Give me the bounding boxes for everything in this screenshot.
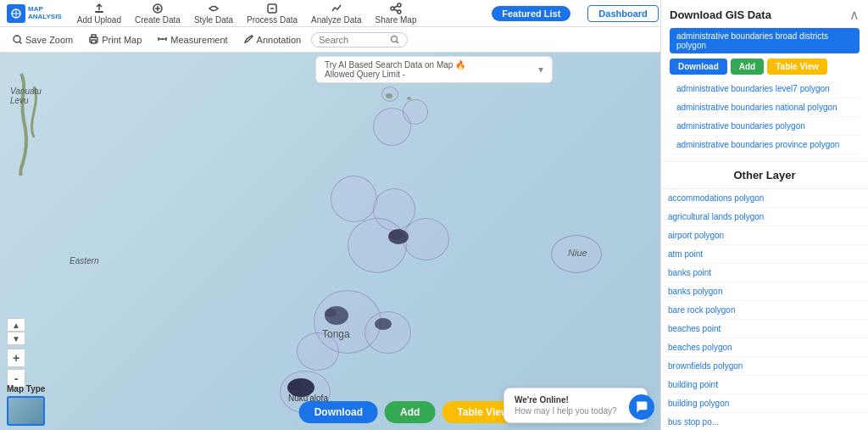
svg-point-10 (391, 7, 394, 10)
nav-down-button[interactable]: ▼ (7, 332, 25, 345)
other-item-5[interactable]: banks polygon (661, 282, 868, 301)
other-item-12[interactable]: bus stop po... (661, 413, 868, 430)
tonga-main-island (386, 226, 411, 248)
svg-line-12 (394, 6, 398, 8)
ai-search-bar[interactable]: Try AI Based Search Data on Map 🔥 Allowe… (315, 56, 553, 83)
nav-up-button[interactable]: ▲ (7, 318, 25, 332)
right-panel: Download GIS Data ∧ administrative bound… (660, 0, 868, 430)
nav-arrows: ▲ ▼ (7, 318, 25, 345)
svg-point-14 (14, 36, 20, 42)
bottom-action-bar: Download Add Table View (299, 401, 525, 423)
gis-item-2[interactable]: administrative boundaries polygon (670, 117, 860, 136)
logo-icon (7, 4, 25, 23)
download-section-header: Download GIS Data ∧ (670, 7, 860, 23)
logo: MAP ANALYSIS (7, 4, 62, 23)
gis-item-list: administrative boundaries level7 polygon… (670, 80, 860, 154)
zoom-in-button[interactable]: + (7, 349, 25, 367)
bottom-download-button[interactable]: Download (299, 401, 378, 423)
other-item-7[interactable]: beaches point (661, 320, 868, 338)
logo-text: MAP ANALYSIS (28, 6, 62, 21)
annotation-button[interactable]: Annotation (238, 32, 307, 47)
circle-10 (297, 332, 339, 371)
svg-rect-17 (92, 40, 96, 43)
gis-item-1[interactable]: administrative boundaries national polyg… (670, 98, 860, 117)
add-button[interactable]: Add (731, 59, 764, 75)
search-input[interactable] (319, 35, 387, 45)
other-item-9[interactable]: brownfields polygon (661, 357, 868, 376)
other-item-6[interactable]: bare rock polygon (661, 301, 868, 320)
search-box[interactable] (311, 32, 408, 47)
selected-gis-item[interactable]: administrative boundaries broad district… (670, 28, 860, 53)
nav-create-data[interactable]: Create Data (130, 3, 186, 25)
island-dot-1 (386, 93, 392, 98)
svg-point-28 (375, 318, 392, 330)
table-view-button[interactable]: Table View (767, 59, 827, 75)
circle-2 (403, 99, 428, 125)
other-item-3[interactable]: atm point (661, 245, 868, 264)
svg-point-11 (398, 10, 401, 14)
svg-point-30 (289, 380, 303, 390)
svg-point-9 (398, 3, 401, 7)
chat-widget[interactable]: We're Online! How may I help you today? (504, 388, 648, 423)
svg-point-22 (392, 36, 398, 42)
other-item-0[interactable]: accommodations polygon (661, 189, 868, 208)
svg-line-13 (394, 9, 398, 11)
action-buttons: Download Add Table View (670, 59, 860, 75)
svg-point-25 (389, 230, 403, 240)
ai-search-text: Try AI Based Search Data on Map 🔥 Allowe… (325, 60, 465, 79)
other-layer-list: accommodations polygon agricultural land… (661, 189, 868, 430)
other-item-11[interactable]: building polygon (661, 394, 868, 413)
other-layer-section: Other Layer accommodations polygon agric… (661, 162, 868, 430)
print-map-button[interactable]: Print Map (83, 32, 147, 47)
svg-rect-16 (92, 35, 96, 37)
featured-list-button[interactable]: Featured List (492, 6, 570, 21)
nav-add-upload[interactable]: Add Upload (72, 3, 126, 25)
svg-line-23 (397, 41, 399, 43)
download-gis-section: Download GIS Data ∧ administrative bound… (661, 0, 868, 162)
chat-icon[interactable] (629, 394, 654, 420)
nav-analyze-data[interactable]: Analyze Data (306, 3, 366, 25)
measurement-button[interactable]: Measurement (152, 32, 232, 47)
gis-item-3[interactable]: administrative boundaries province polyg… (670, 136, 860, 154)
svg-rect-3 (95, 11, 103, 13)
collapse-button[interactable]: ∧ (849, 7, 860, 23)
vanuatu-label: VanuatuLevu (10, 87, 42, 105)
nav-share-map[interactable]: Share Map (370, 3, 422, 25)
svg-point-27 (325, 309, 337, 317)
other-item-4[interactable]: banks point (661, 264, 868, 282)
circle-4 (331, 176, 377, 222)
search-icon (390, 35, 400, 45)
download-button[interactable]: Download (670, 59, 727, 75)
save-zoom-button[interactable]: Save Zoom (7, 32, 78, 47)
other-item-10[interactable]: building point (661, 376, 868, 394)
other-item-8[interactable]: beaches polygon (661, 338, 868, 357)
gis-item-0[interactable]: administrative boundaries level7 polygon (670, 80, 860, 98)
ai-search-chevron-icon: ▾ (538, 64, 543, 75)
bottom-add-button[interactable]: Add (385, 401, 435, 423)
island-group-3 (373, 316, 394, 332)
nav-style-data[interactable]: Style Data (189, 3, 238, 25)
dashboard-button[interactable]: Dashboard (587, 5, 658, 22)
map-type-panel: Map Type (7, 384, 45, 426)
niue-label: Niue (568, 248, 587, 258)
island-dot-2 (407, 97, 411, 100)
eastern-label: Eastern (70, 256, 98, 265)
other-item-2[interactable]: airport polygon (661, 226, 868, 245)
island-group-2 (322, 303, 352, 328)
other-item-1[interactable]: agricultural lands polygon (661, 208, 868, 226)
zoom-controls: + - (7, 349, 25, 388)
map-type-thumbnail[interactable] (7, 396, 45, 426)
nav-process-data[interactable]: Process Data (242, 3, 303, 25)
